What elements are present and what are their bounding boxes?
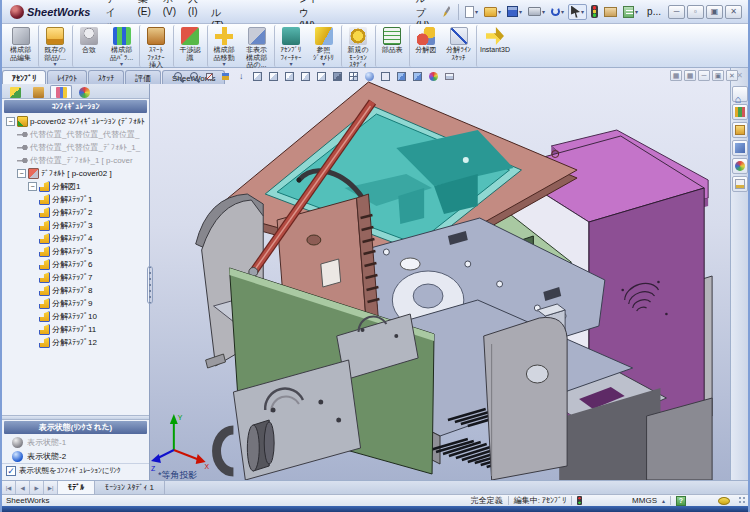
tab-sketch[interactable]: ｽｹｯﾁ — [88, 70, 124, 84]
dropdown-arrow-icon[interactable] — [498, 9, 501, 15]
display-state-item[interactable]: 表示状態-1 — [2, 435, 149, 449]
tree-item[interactable]: 代替位置_ﾃﾞﾌｫﾙﾄ_1 [ p-cover — [2, 154, 149, 167]
section-view-icon[interactable] — [202, 69, 217, 84]
tree-item[interactable]: 分解ｽﾃｯﾌﾟ7 — [2, 271, 149, 284]
show-hidden-components-button[interactable]: 非表示 構成部 品の... — [240, 25, 273, 67]
part-round-bracket[interactable] — [484, 317, 567, 480]
select-button[interactable] — [568, 4, 587, 20]
taskpane-custom-properties-tab[interactable] — [732, 176, 748, 192]
edit-component-button[interactable]: 構成部 品編集 — [4, 25, 37, 67]
feature-manager-tab[interactable] — [4, 85, 26, 98]
first-tab-button[interactable]: |◀ — [2, 481, 16, 494]
instant3d-button[interactable]: Instant3D — [476, 25, 513, 67]
tree-item[interactable]: 分解ｽﾃｯﾌﾟ3 — [2, 219, 149, 232]
tree-item[interactable]: 代替位置_代替位置_代替位置_ — [2, 128, 149, 141]
tree-item[interactable]: ﾃﾞﾌｫﾙﾄ [ p-cover02 ] — [2, 167, 149, 180]
viewport-3d-model[interactable]: Y X Z *等角投影 — [150, 68, 730, 480]
zoom-area-icon[interactable] — [186, 69, 201, 84]
tree-item[interactable]: 分解ｽﾃｯﾌﾟ9 — [2, 297, 149, 310]
undo-button[interactable] — [549, 6, 566, 17]
new-document-button[interactable] — [463, 5, 480, 19]
mate-button[interactable]: 合致 — [72, 25, 105, 67]
last-tab-button[interactable]: ▶| — [44, 481, 58, 494]
dropdown-arrow-icon[interactable] — [289, 61, 292, 67]
resize-grip[interactable] — [738, 496, 747, 505]
expand-toggle[interactable] — [28, 182, 37, 191]
prev-tab-button[interactable]: ◀ — [16, 481, 30, 494]
task-list-button[interactable] — [621, 5, 640, 19]
dropdown-arrow-icon[interactable] — [322, 61, 325, 67]
taskpane-resources-tab[interactable] — [732, 86, 748, 102]
exploded-view-button[interactable]: 分解図 — [409, 25, 442, 67]
options-button[interactable] — [602, 6, 619, 18]
view-right-icon[interactable] — [298, 69, 313, 84]
minimize-button[interactable] — [668, 5, 685, 19]
tree-item[interactable]: 代替位置_代替位置_ﾃﾞﾌｫﾙﾄ_1_ — [2, 141, 149, 154]
perspective-icon[interactable] — [362, 69, 377, 84]
view-isometric-icon[interactable] — [330, 69, 345, 84]
dropdown-arrow-icon[interactable] — [561, 9, 564, 15]
close-button[interactable] — [725, 5, 742, 19]
tree-item[interactable]: 分解図1 — [2, 180, 149, 193]
viewport-pane-right-icon[interactable] — [684, 70, 696, 81]
rebuild-button[interactable] — [589, 4, 600, 19]
move-component-button[interactable]: 構成部 品移動 — [207, 25, 240, 67]
wireframe-icon[interactable] — [378, 69, 393, 84]
tree-item[interactable]: 分解ｽﾃｯﾌﾟ8 — [2, 284, 149, 297]
link-display-states-checkbox[interactable] — [6, 466, 16, 476]
tab-assembly[interactable]: ｱｾﾝﾌﾞﾘ — [2, 70, 46, 84]
tree-item[interactable]: p-cover02 ｺﾝﾌｨｷﾞｭﾚｰｼｮﾝ (ﾃﾞﾌｫﾙﾄ — [2, 115, 149, 128]
viewport-pane-left-icon[interactable] — [670, 70, 682, 81]
display-manager-tab[interactable] — [73, 85, 95, 98]
tree-item[interactable]: 分解ｽﾃｯﾌﾟ6 — [2, 258, 149, 271]
tag-icon[interactable] — [718, 497, 730, 505]
zoom-fit-icon[interactable] — [170, 69, 185, 84]
tab-motion-study-1[interactable]: ﾓｰｼｮﾝ ｽﾀﾃﾞｨ 1 — [95, 481, 165, 494]
reference-geometry-button[interactable]: 参照 ｼﾞｵﾒﾄﾘ — [307, 25, 340, 67]
view-orientation-icon[interactable] — [346, 69, 361, 84]
tree-item[interactable]: 分解ｽﾃｯﾌﾟ2 — [2, 206, 149, 219]
view-back-icon[interactable] — [266, 69, 281, 84]
dropdown-arrow-icon[interactable] — [475, 9, 478, 15]
restore-button[interactable] — [687, 5, 704, 19]
tab-model[interactable]: ﾓﾃﾞﾙ — [58, 481, 95, 494]
taskpane-appearances-tab[interactable] — [732, 158, 748, 174]
dropdown-arrow-icon[interactable] — [635, 9, 638, 15]
component-pattern-button[interactable]: 構成部 品ﾊﾟﾗ... — [105, 25, 138, 67]
apply-scene-icon[interactable] — [442, 69, 457, 84]
display-state-item[interactable]: 表示状態-2 — [2, 449, 149, 463]
tree-item[interactable]: 分解ｽﾃｯﾌﾟ11 — [2, 323, 149, 336]
units-dropdown-icon[interactable]: ▴ — [662, 497, 665, 504]
viewport-restore-icon[interactable] — [712, 70, 724, 81]
viewport-minimize-icon[interactable] — [698, 70, 710, 81]
taskpane-view-palette-tab[interactable] — [732, 140, 748, 156]
configuration-manager-tab[interactable] — [50, 85, 72, 98]
interference-detection-button[interactable]: 干渉認 識 — [173, 25, 206, 67]
view-top-icon[interactable] — [314, 69, 329, 84]
graphics-area[interactable]: Y X Z *等角投影 — [150, 68, 730, 480]
save-button[interactable] — [505, 5, 524, 18]
panel-resize-handle[interactable] — [147, 266, 153, 304]
dropdown-arrow-icon[interactable] — [581, 9, 584, 15]
assembly-features-button[interactable]: ｱｾﾝﾌﾞﾘ ﾌｨｰﾁｬｰ — [274, 25, 307, 67]
next-tab-button[interactable]: ▶ — [30, 481, 44, 494]
viewport-close-icon[interactable] — [726, 70, 738, 81]
tab-evaluate[interactable]: 評価 — [125, 70, 161, 84]
tree-item[interactable]: 分解ｽﾃｯﾌﾟ5 — [2, 245, 149, 258]
print-button[interactable] — [526, 6, 547, 17]
taskpane-file-explorer-tab[interactable] — [732, 122, 748, 138]
expand-toggle[interactable] — [17, 169, 26, 178]
dropdown-arrow-icon[interactable] — [542, 9, 545, 15]
units-selector[interactable]: MMGS — [632, 496, 657, 505]
normal-to-icon[interactable] — [234, 69, 249, 84]
dropdown-arrow-icon[interactable] — [53, 61, 56, 67]
explode-line-sketch-button[interactable]: 分解ﾗｲﾝ ｽｹｯﾁ — [442, 25, 475, 67]
view-front-icon[interactable] — [250, 69, 265, 84]
shaded-with-edges-icon[interactable] — [410, 69, 425, 84]
tree-item[interactable]: 分解ｽﾃｯﾌﾟ12 — [2, 336, 149, 349]
tree-item[interactable]: 分解ｽﾃｯﾌﾟ10 — [2, 310, 149, 323]
view-left-icon[interactable] — [282, 69, 297, 84]
open-button[interactable] — [482, 6, 503, 18]
property-manager-tab[interactable] — [27, 85, 49, 98]
dropdown-arrow-icon[interactable] — [222, 61, 225, 67]
